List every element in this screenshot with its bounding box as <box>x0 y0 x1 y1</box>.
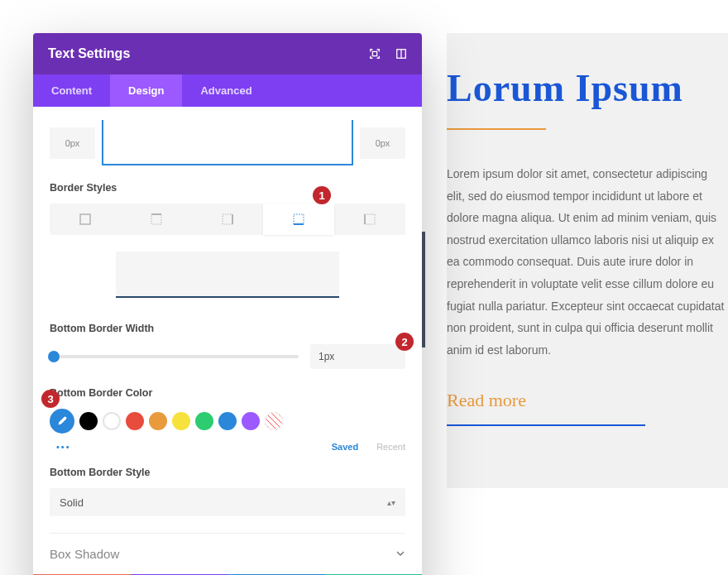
recent-colors-tab[interactable]: Recent <box>376 442 405 452</box>
border-style-bottom[interactable] <box>263 204 334 235</box>
border-width-label: Bottom Border Width <box>50 323 405 334</box>
border-style-left[interactable] <box>334 204 405 235</box>
expand-icon[interactable] <box>369 48 381 60</box>
color-swatches <box>50 409 405 434</box>
border-color-label: Bottom Border Color <box>50 387 405 399</box>
color-history-row: ••• Saved Recent <box>50 442 405 452</box>
border-style-all[interactable] <box>50 204 121 235</box>
border-style-top[interactable] <box>121 204 192 235</box>
spacing-controls: 0px 0px <box>50 120 405 165</box>
snap-icon[interactable] <box>395 48 407 60</box>
panel-body: 0px 0px Border Styles Bottom Border Widt… <box>33 107 422 574</box>
swatch-green[interactable] <box>195 412 213 430</box>
panel-header: Text Settings Content Design Advanced <box>33 33 422 107</box>
swatch-white[interactable] <box>103 412 121 430</box>
border-preview <box>116 252 339 298</box>
callout-3: 3 <box>41 390 60 408</box>
spacing-left-input[interactable]: 0px <box>50 127 95 159</box>
border-style-select[interactable]: Solid ▴▾ <box>50 488 405 516</box>
color-picker-button[interactable] <box>50 409 74 434</box>
panel-title: Text Settings <box>48 46 130 61</box>
text-settings-panel: Text Settings Content Design Advanced 0p… <box>33 33 422 575</box>
preview-scroll-indicator <box>422 232 425 347</box>
chevron-down-icon <box>395 547 405 561</box>
spacing-right-input[interactable]: 0px <box>360 127 405 159</box>
tab-advanced[interactable]: Advanced <box>182 74 270 107</box>
box-shadow-accordion[interactable]: Box Shadow <box>50 533 405 561</box>
content-preview: Lorum Ipsum Lorem ipsum dolor sit amet, … <box>447 33 728 488</box>
slider-thumb[interactable] <box>48 351 60 362</box>
svg-rect-0 <box>372 51 376 55</box>
swatch-orange[interactable] <box>149 412 167 430</box>
spacing-preview <box>102 120 353 165</box>
svg-rect-3 <box>80 214 90 224</box>
svg-rect-6 <box>223 214 232 224</box>
swatch-none[interactable] <box>265 412 283 430</box>
panel-tabs: Content Design Advanced <box>33 74 422 107</box>
svg-rect-4 <box>151 214 161 224</box>
preview-heading: Lorum Ipsum <box>447 66 728 110</box>
swatch-red[interactable] <box>126 412 144 430</box>
heading-divider <box>447 128 546 130</box>
border-style-value: Solid <box>60 496 84 509</box>
svg-rect-8 <box>294 214 304 224</box>
callout-1: 1 <box>313 186 331 204</box>
border-style-options <box>50 204 405 235</box>
border-style-label: Bottom Border Style <box>50 467 405 478</box>
border-width-slider[interactable] <box>50 355 299 358</box>
read-more-link[interactable]: Read more <box>447 390 645 426</box>
border-width-input[interactable]: 1px <box>310 344 405 369</box>
swatch-blue[interactable] <box>218 412 237 430</box>
more-colors-icon[interactable]: ••• <box>56 442 71 452</box>
box-shadow-label: Box Shadow <box>50 547 119 561</box>
border-styles-label: Border Styles <box>50 182 405 194</box>
svg-rect-10 <box>365 214 375 224</box>
swatch-yellow[interactable] <box>172 412 190 430</box>
saved-colors-tab[interactable]: Saved <box>332 442 358 452</box>
tab-design[interactable]: Design <box>110 74 182 107</box>
border-style-right[interactable] <box>192 204 263 235</box>
select-caret-icon: ▴▾ <box>387 498 395 507</box>
swatch-purple[interactable] <box>242 412 260 430</box>
tab-content[interactable]: Content <box>33 74 110 107</box>
callout-2: 2 <box>395 333 414 351</box>
preview-body: Lorem ipsum dolor sit amet, consectetur … <box>447 163 728 361</box>
swatch-black[interactable] <box>79 412 98 430</box>
